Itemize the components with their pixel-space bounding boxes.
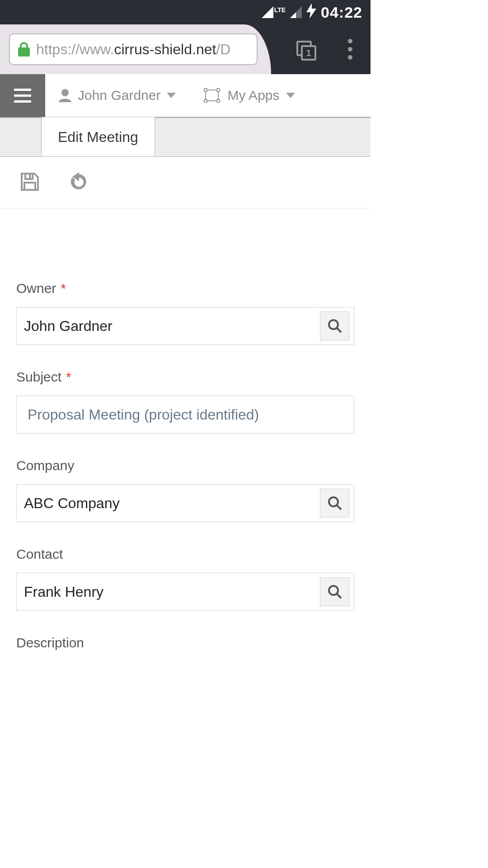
svg-rect-10: [29, 175, 31, 178]
owner-label: Owner*: [16, 281, 354, 296]
browser-chrome: https://www.cirrus-shield.net/D 1: [0, 24, 371, 74]
apps-label: My Apps: [227, 88, 279, 103]
subject-input[interactable]: [16, 396, 354, 434]
tab-strip: Edit Meeting: [0, 117, 371, 157]
tab-edit-meeting[interactable]: Edit Meeting: [42, 117, 155, 156]
svg-line-13: [337, 328, 341, 332]
tabs-button[interactable]: 1: [296, 41, 316, 61]
charging-icon: [306, 3, 316, 22]
svg-rect-4: [217, 99, 220, 102]
user-name-label: John Gardner: [78, 88, 160, 103]
svg-rect-3: [204, 99, 207, 102]
user-dropdown[interactable]: John Gardner: [45, 88, 189, 103]
field-description: Description: [16, 635, 354, 658]
svg-rect-1: [204, 89, 207, 91]
undo-icon[interactable]: [68, 170, 90, 195]
tab-count: 1: [301, 45, 316, 61]
app-header: John Gardner My Apps: [0, 74, 371, 117]
overflow-menu-icon[interactable]: [348, 39, 352, 60]
toolbar: [0, 157, 371, 208]
svg-line-15: [337, 505, 341, 509]
company-label: Company: [16, 458, 354, 473]
tab-spacer: [0, 117, 42, 156]
tab-label: Edit Meeting: [58, 129, 138, 146]
status-time: 04:22: [321, 4, 362, 21]
field-contact: Contact: [16, 547, 354, 611]
svg-rect-2: [217, 89, 220, 91]
company-lookup-button[interactable]: [320, 489, 350, 518]
field-subject: Subject*: [16, 369, 354, 434]
status-bar: LTE 04:22: [0, 0, 371, 24]
svg-point-0: [61, 89, 69, 96]
signal-lte-icon: LTE: [262, 6, 286, 18]
svg-rect-11: [24, 183, 35, 190]
svg-line-17: [337, 594, 341, 598]
url-text: https://www.cirrus-shield.net/D: [36, 41, 230, 58]
signal-icon: [290, 6, 302, 18]
lock-icon: [18, 42, 30, 57]
contact-lookup-button[interactable]: [320, 577, 350, 606]
apps-dropdown[interactable]: My Apps: [189, 87, 308, 104]
person-icon: [59, 89, 71, 102]
owner-input[interactable]: [16, 307, 354, 345]
tab-empty-area: [155, 117, 371, 156]
chevron-down-icon: [167, 93, 176, 98]
svg-point-14: [329, 497, 338, 506]
subject-label: Subject*: [16, 369, 354, 385]
save-icon[interactable]: [19, 171, 41, 194]
url-bar[interactable]: https://www.cirrus-shield.net/D: [9, 33, 258, 65]
contact-input[interactable]: [16, 573, 354, 611]
contact-label: Contact: [16, 547, 354, 562]
owner-lookup-button[interactable]: [320, 311, 350, 340]
chevron-down-icon: [286, 93, 295, 98]
svg-point-12: [329, 320, 338, 329]
form-area: Owner* Subject* Company Contact: [0, 208, 371, 658]
company-input[interactable]: [16, 484, 354, 522]
field-company: Company: [16, 458, 354, 522]
apps-icon: [203, 87, 221, 104]
svg-point-16: [329, 586, 338, 595]
hamburger-menu-button[interactable]: [0, 74, 45, 117]
field-owner: Owner*: [16, 281, 354, 345]
description-label: Description: [16, 635, 354, 651]
